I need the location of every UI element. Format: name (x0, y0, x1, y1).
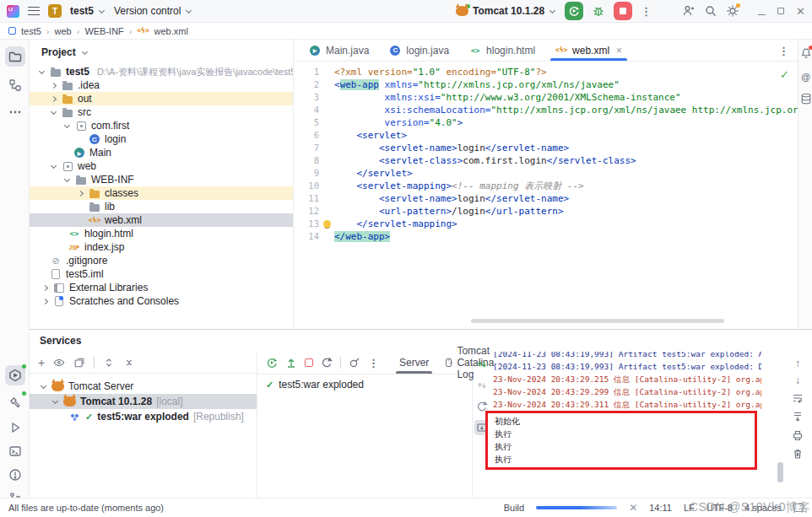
vcs-widget[interactable]: Version control (114, 5, 192, 17)
code-line[interactable]: 1<?xml version="1.0" encoding="UTF-8"?> (294, 66, 798, 78)
run-tool-icon[interactable] (5, 417, 25, 438)
code-line[interactable]: 6 <servlet> (294, 129, 798, 142)
quickfix-bulb-icon[interactable] (323, 220, 331, 228)
vcs-status-message[interactable]: All files are up-to-date (moments ago) (8, 503, 164, 513)
deploy-all-icon[interactable] (474, 378, 490, 393)
deploy-status-row[interactable]: ✓ test5:war exploded (257, 374, 472, 395)
code-line[interactable]: 13 </servlet-mapping> (294, 218, 798, 230)
chevron-right-icon[interactable] (50, 95, 57, 103)
close-tab-icon[interactable]: × (616, 45, 622, 57)
inspections-ok-icon[interactable]: ✓ (780, 68, 789, 81)
tree-row-idea[interactable]: .idea (30, 78, 293, 92)
structure-tool-icon[interactable] (5, 75, 25, 95)
horizontal-scrollbar[interactable] (471, 319, 724, 323)
console-log[interactable]: [2024-11-23 08:43:19,993] Artifact test5… (493, 352, 761, 411)
collapse-all-icon[interactable] (123, 357, 135, 369)
chevron-down-icon[interactable] (50, 163, 57, 170)
expand-all-icon[interactable] (103, 357, 115, 369)
services-panel-title[interactable]: Services (30, 330, 812, 352)
code-line[interactable]: 10 <servlet-mapping><!-- mapping 表示映射 --… (294, 180, 798, 192)
chevron-down-icon[interactable] (51, 398, 59, 406)
ai-assistant-icon[interactable]: @ (799, 70, 812, 83)
line-separator-widget[interactable]: LF (684, 503, 695, 513)
main-menu-icon[interactable] (28, 7, 40, 15)
tree-row-out[interactable]: out (30, 92, 293, 105)
prev-message-icon[interactable]: ↑ (795, 358, 800, 369)
code-line[interactable]: 9 </servlet> (294, 167, 798, 180)
status-widget-icon[interactable] (793, 504, 804, 512)
clear-console-icon[interactable] (792, 448, 804, 460)
print-icon[interactable] (792, 429, 804, 441)
open-in-new-tab-icon[interactable] (73, 357, 85, 369)
breadcrumb-item[interactable]: WEB-INF (84, 26, 123, 36)
encoding-widget[interactable]: UTF-8 (706, 503, 733, 513)
restart-icon[interactable] (321, 357, 333, 369)
code-line[interactable]: 8 <servlet-class>com.first.login</servle… (294, 154, 798, 167)
tab-server[interactable]: Server (391, 352, 437, 374)
tree-row-webinf[interactable]: WEB-INF (30, 173, 293, 186)
more-actions-icon[interactable]: ⋮ (368, 357, 379, 369)
scroll-to-end-icon[interactable] (792, 411, 804, 423)
tree-row-iml[interactable]: test5.iml (30, 267, 293, 281)
tree-row-package[interactable]: com.first (30, 119, 293, 132)
next-message-icon[interactable]: ↓ (795, 375, 800, 385)
tree-row-gitignore[interactable]: .gitignore (30, 254, 293, 267)
project-panel-header[interactable]: Project (30, 40, 293, 65)
tree-row-indexjsp[interactable]: index.jsp (30, 240, 293, 254)
database-icon[interactable] (799, 92, 812, 105)
chevron-down-icon[interactable] (40, 383, 47, 390)
console-scrollbar[interactable] (777, 462, 783, 482)
chevron-down-icon[interactable] (63, 122, 71, 130)
rerun-server-icon[interactable] (266, 357, 278, 369)
project-tool-icon[interactable] (5, 46, 25, 67)
caret-position-widget[interactable]: 14:11 (649, 503, 672, 513)
tree-row-main[interactable]: Main (30, 146, 293, 159)
services-tool-icon[interactable] (5, 365, 25, 385)
chevron-right-icon[interactable] (50, 82, 57, 89)
services-row-artifact[interactable]: ✓ test5:war exploded [Republish] (30, 409, 257, 424)
tree-row-src[interactable]: src (30, 105, 293, 119)
code-with-me-icon[interactable] (682, 4, 696, 18)
notifications-bell-icon[interactable] (799, 46, 812, 59)
tab-hlogin-html[interactable]: hlogin.html (459, 40, 545, 61)
window-minimize-button[interactable] (758, 8, 766, 15)
tab-login-java[interactable]: login.java (379, 40, 459, 61)
services-row-tomcat-group[interactable]: Tomcat Server (30, 379, 257, 394)
edit-configuration-icon[interactable] (349, 357, 360, 369)
code-editor[interactable]: 1<?xml version="1.0" encoding="UTF-8"?>2… (294, 62, 798, 329)
code-line[interactable]: 11 <servlet-name>login</servlet-name> (294, 192, 798, 205)
code-line[interactable]: 14</web-app> (294, 230, 798, 243)
code-line[interactable]: 3 xmlns:xsi="http://www.w3.org/2001/XMLS… (294, 91, 798, 104)
deploy-icon[interactable] (474, 357, 490, 372)
tree-row-webxml[interactable]: web.xml (30, 213, 293, 227)
chevron-right-icon[interactable] (41, 298, 49, 305)
terminal-tool-icon[interactable] (5, 441, 25, 461)
chevron-down-icon[interactable] (63, 176, 71, 184)
run-configuration-selector[interactable]: Tomcat 10.1.28 (456, 5, 556, 17)
problems-tool-icon[interactable] (5, 465, 25, 485)
services-row-tomcat-server[interactable]: Tomcat 10.1.28 [local] (30, 394, 257, 409)
code-line[interactable]: 5 version="4.0"> (294, 116, 798, 129)
tree-row-login[interactable]: login (30, 132, 293, 146)
breadcrumb-item[interactable]: web (55, 26, 72, 36)
project-badge-icon[interactable]: T (48, 4, 62, 18)
update-application-icon[interactable] (285, 357, 297, 369)
cancel-build-icon[interactable]: ✕ (629, 502, 637, 514)
chevron-right-icon[interactable] (77, 190, 84, 197)
show-services-icon[interactable] (53, 357, 65, 369)
tree-row-scratches[interactable]: Scratches and Consoles (30, 294, 293, 308)
editor-options-icon[interactable]: ⋮ (778, 45, 789, 57)
project-widget[interactable]: test5 (70, 5, 106, 17)
more-tool-windows-icon[interactable] (5, 102, 25, 122)
window-maximize-button[interactable] (777, 8, 784, 14)
chevron-right-icon[interactable] (41, 284, 49, 292)
tree-row-lib[interactable]: lib (30, 200, 293, 213)
code-line[interactable]: 12 <url-pattern>/login</url-pattern> (294, 205, 798, 218)
chevron-down-icon[interactable] (50, 109, 57, 116)
add-service-icon[interactable]: + (38, 356, 45, 369)
indent-widget[interactable]: 4 spaces (744, 503, 782, 513)
build-tool-icon[interactable] (5, 392, 25, 412)
tab-main-java[interactable]: Main.java (299, 40, 379, 61)
tree-row-classes[interactable]: classes (30, 186, 293, 200)
server-console[interactable]: [2024-11-23 08:43:19,993] Artifact test5… (473, 352, 812, 498)
